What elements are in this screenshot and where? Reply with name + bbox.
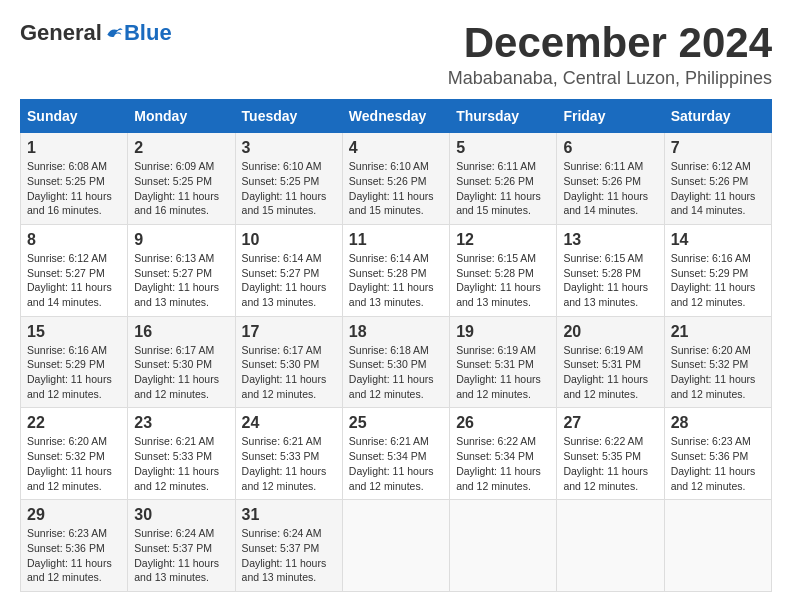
- day-info: Sunrise: 6:16 AMSunset: 5:29 PMDaylight:…: [27, 344, 112, 400]
- day-number: 7: [671, 139, 765, 157]
- day-info: Sunrise: 6:22 AMSunset: 5:35 PMDaylight:…: [563, 435, 648, 491]
- day-info: Sunrise: 6:09 AMSunset: 5:25 PMDaylight:…: [134, 160, 219, 216]
- calendar-day-cell: [664, 500, 771, 592]
- day-number: 14: [671, 231, 765, 249]
- calendar-day-cell: 8 Sunrise: 6:12 AMSunset: 5:27 PMDayligh…: [21, 224, 128, 316]
- calendar-day-cell: 15 Sunrise: 6:16 AMSunset: 5:29 PMDaylig…: [21, 316, 128, 408]
- calendar-day-cell: 29 Sunrise: 6:23 AMSunset: 5:36 PMDaylig…: [21, 500, 128, 592]
- calendar-day-cell: 3 Sunrise: 6:10 AMSunset: 5:25 PMDayligh…: [235, 133, 342, 225]
- logo-blue-text: Blue: [124, 20, 172, 46]
- day-number: 11: [349, 231, 443, 249]
- day-number: 30: [134, 506, 228, 524]
- day-info: Sunrise: 6:23 AMSunset: 5:36 PMDaylight:…: [27, 527, 112, 583]
- day-number: 21: [671, 323, 765, 341]
- day-info: Sunrise: 6:12 AMSunset: 5:26 PMDaylight:…: [671, 160, 756, 216]
- day-info: Sunrise: 6:20 AMSunset: 5:32 PMDaylight:…: [27, 435, 112, 491]
- calendar-day-cell: 9 Sunrise: 6:13 AMSunset: 5:27 PMDayligh…: [128, 224, 235, 316]
- calendar-header-row: SundayMondayTuesdayWednesdayThursdayFrid…: [21, 100, 772, 133]
- day-info: Sunrise: 6:15 AMSunset: 5:28 PMDaylight:…: [563, 252, 648, 308]
- calendar-day-cell: 25 Sunrise: 6:21 AMSunset: 5:34 PMDaylig…: [342, 408, 449, 500]
- day-of-week-header: Saturday: [664, 100, 771, 133]
- calendar-week-row: 15 Sunrise: 6:16 AMSunset: 5:29 PMDaylig…: [21, 316, 772, 408]
- day-number: 5: [456, 139, 550, 157]
- day-number: 23: [134, 414, 228, 432]
- calendar-day-cell: 19 Sunrise: 6:19 AMSunset: 5:31 PMDaylig…: [450, 316, 557, 408]
- calendar-day-cell: 30 Sunrise: 6:24 AMSunset: 5:37 PMDaylig…: [128, 500, 235, 592]
- day-number: 19: [456, 323, 550, 341]
- calendar-day-cell: 10 Sunrise: 6:14 AMSunset: 5:27 PMDaylig…: [235, 224, 342, 316]
- day-number: 4: [349, 139, 443, 157]
- day-info: Sunrise: 6:23 AMSunset: 5:36 PMDaylight:…: [671, 435, 756, 491]
- day-info: Sunrise: 6:19 AMSunset: 5:31 PMDaylight:…: [563, 344, 648, 400]
- day-of-week-header: Monday: [128, 100, 235, 133]
- day-number: 6: [563, 139, 657, 157]
- logo-bird-icon: [104, 23, 124, 43]
- title-section: December 2024 Mababanaba, Central Luzon,…: [448, 20, 772, 89]
- day-number: 25: [349, 414, 443, 432]
- calendar-day-cell: 31 Sunrise: 6:24 AMSunset: 5:37 PMDaylig…: [235, 500, 342, 592]
- calendar-day-cell: 18 Sunrise: 6:18 AMSunset: 5:30 PMDaylig…: [342, 316, 449, 408]
- month-title: December 2024: [448, 20, 772, 66]
- logo: General Blue: [20, 20, 172, 46]
- calendar-day-cell: 11 Sunrise: 6:14 AMSunset: 5:28 PMDaylig…: [342, 224, 449, 316]
- calendar-day-cell: 5 Sunrise: 6:11 AMSunset: 5:26 PMDayligh…: [450, 133, 557, 225]
- day-number: 8: [27, 231, 121, 249]
- day-number: 27: [563, 414, 657, 432]
- day-number: 1: [27, 139, 121, 157]
- calendar-week-row: 8 Sunrise: 6:12 AMSunset: 5:27 PMDayligh…: [21, 224, 772, 316]
- calendar-table: SundayMondayTuesdayWednesdayThursdayFrid…: [20, 99, 772, 592]
- calendar-day-cell: 4 Sunrise: 6:10 AMSunset: 5:26 PMDayligh…: [342, 133, 449, 225]
- day-of-week-header: Wednesday: [342, 100, 449, 133]
- day-of-week-header: Friday: [557, 100, 664, 133]
- day-info: Sunrise: 6:11 AMSunset: 5:26 PMDaylight:…: [563, 160, 648, 216]
- day-info: Sunrise: 6:21 AMSunset: 5:34 PMDaylight:…: [349, 435, 434, 491]
- day-info: Sunrise: 6:21 AMSunset: 5:33 PMDaylight:…: [134, 435, 219, 491]
- calendar-week-row: 29 Sunrise: 6:23 AMSunset: 5:36 PMDaylig…: [21, 500, 772, 592]
- day-info: Sunrise: 6:18 AMSunset: 5:30 PMDaylight:…: [349, 344, 434, 400]
- day-number: 12: [456, 231, 550, 249]
- calendar-day-cell: 1 Sunrise: 6:08 AMSunset: 5:25 PMDayligh…: [21, 133, 128, 225]
- calendar-day-cell: 14 Sunrise: 6:16 AMSunset: 5:29 PMDaylig…: [664, 224, 771, 316]
- day-of-week-header: Thursday: [450, 100, 557, 133]
- day-of-week-header: Sunday: [21, 100, 128, 133]
- calendar-day-cell: 17 Sunrise: 6:17 AMSunset: 5:30 PMDaylig…: [235, 316, 342, 408]
- day-info: Sunrise: 6:17 AMSunset: 5:30 PMDaylight:…: [242, 344, 327, 400]
- logo-general-text: General: [20, 20, 102, 46]
- day-info: Sunrise: 6:19 AMSunset: 5:31 PMDaylight:…: [456, 344, 541, 400]
- calendar-day-cell: [450, 500, 557, 592]
- calendar-week-row: 1 Sunrise: 6:08 AMSunset: 5:25 PMDayligh…: [21, 133, 772, 225]
- calendar-day-cell: 24 Sunrise: 6:21 AMSunset: 5:33 PMDaylig…: [235, 408, 342, 500]
- day-info: Sunrise: 6:14 AMSunset: 5:28 PMDaylight:…: [349, 252, 434, 308]
- calendar-day-cell: 7 Sunrise: 6:12 AMSunset: 5:26 PMDayligh…: [664, 133, 771, 225]
- calendar-day-cell: 12 Sunrise: 6:15 AMSunset: 5:28 PMDaylig…: [450, 224, 557, 316]
- page-header: General Blue December 2024 Mababanaba, C…: [20, 20, 772, 89]
- calendar-day-cell: 20 Sunrise: 6:19 AMSunset: 5:31 PMDaylig…: [557, 316, 664, 408]
- calendar-day-cell: 2 Sunrise: 6:09 AMSunset: 5:25 PMDayligh…: [128, 133, 235, 225]
- day-info: Sunrise: 6:11 AMSunset: 5:26 PMDaylight:…: [456, 160, 541, 216]
- calendar-day-cell: [557, 500, 664, 592]
- calendar-day-cell: 13 Sunrise: 6:15 AMSunset: 5:28 PMDaylig…: [557, 224, 664, 316]
- day-info: Sunrise: 6:08 AMSunset: 5:25 PMDaylight:…: [27, 160, 112, 216]
- day-number: 3: [242, 139, 336, 157]
- calendar-day-cell: 28 Sunrise: 6:23 AMSunset: 5:36 PMDaylig…: [664, 408, 771, 500]
- calendar-day-cell: 6 Sunrise: 6:11 AMSunset: 5:26 PMDayligh…: [557, 133, 664, 225]
- day-info: Sunrise: 6:24 AMSunset: 5:37 PMDaylight:…: [134, 527, 219, 583]
- day-number: 16: [134, 323, 228, 341]
- day-info: Sunrise: 6:24 AMSunset: 5:37 PMDaylight:…: [242, 527, 327, 583]
- calendar-day-cell: [342, 500, 449, 592]
- day-info: Sunrise: 6:21 AMSunset: 5:33 PMDaylight:…: [242, 435, 327, 491]
- calendar-day-cell: 22 Sunrise: 6:20 AMSunset: 5:32 PMDaylig…: [21, 408, 128, 500]
- day-info: Sunrise: 6:15 AMSunset: 5:28 PMDaylight:…: [456, 252, 541, 308]
- day-number: 13: [563, 231, 657, 249]
- day-number: 18: [349, 323, 443, 341]
- day-number: 22: [27, 414, 121, 432]
- day-number: 26: [456, 414, 550, 432]
- day-info: Sunrise: 6:22 AMSunset: 5:34 PMDaylight:…: [456, 435, 541, 491]
- calendar-day-cell: 26 Sunrise: 6:22 AMSunset: 5:34 PMDaylig…: [450, 408, 557, 500]
- day-number: 9: [134, 231, 228, 249]
- location-title: Mababanaba, Central Luzon, Philippines: [448, 68, 772, 89]
- calendar-week-row: 22 Sunrise: 6:20 AMSunset: 5:32 PMDaylig…: [21, 408, 772, 500]
- calendar-day-cell: 21 Sunrise: 6:20 AMSunset: 5:32 PMDaylig…: [664, 316, 771, 408]
- day-number: 20: [563, 323, 657, 341]
- day-number: 31: [242, 506, 336, 524]
